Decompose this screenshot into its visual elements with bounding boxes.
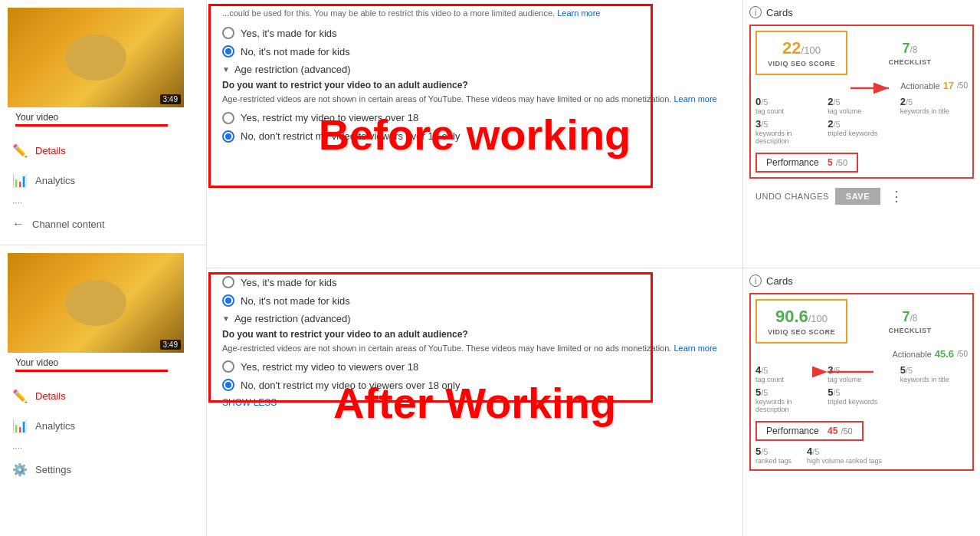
checklist-denom-bottom: /8 <box>910 313 918 324</box>
metric-high-vol-ranked: 4/5 high volume ranked tags <box>807 446 882 465</box>
sidebar-item-settings-bottom[interactable]: ⚙️ Settings <box>0 456 206 483</box>
radio-circle-no-kids-bottom <box>222 294 234 307</box>
video-duration-bottom: 3:49 <box>160 340 181 350</box>
radio-yes-18-label-top: Yes, restrict my video to viewers over 1… <box>241 112 418 123</box>
checklist-number-bottom: 7 <box>902 309 910 324</box>
analytics-label-top: Analytics <box>35 175 75 186</box>
actionable-label-bottom: Actionable <box>892 350 931 359</box>
checklist-denom-top: /8 <box>910 44 918 55</box>
checklist-box-top: 7/8 CHECKLIST <box>852 31 968 75</box>
content-area: ...could be used for this. You may be ab… <box>207 0 742 536</box>
details-label-top: Details <box>35 145 66 156</box>
nav-dots-bottom: ···· <box>0 442 206 453</box>
sidebar-item-analytics-top[interactable]: 📊 Analytics <box>0 167 206 194</box>
radio-circle-yes-18-top <box>222 112 234 124</box>
radio-yes-18-top[interactable]: Yes, restrict my video to viewers over 1… <box>222 112 727 124</box>
pencil-icon-top: ✏️ <box>12 143 28 158</box>
radio-yes-18-label-bottom: Yes, restrict my video to viewers over 1… <box>241 361 418 373</box>
metrics-grid-top: 0/5 tag count 2/5 tag volume 2/5 keyword… <box>755 96 968 145</box>
seo-label-bottom: VIDIQ SEO SCORE <box>768 328 835 336</box>
seo-score-bottom: 90.6/100 <box>775 307 828 327</box>
toggle-arrow-bottom: ▼ <box>222 314 230 323</box>
radio-no-kids-bottom[interactable]: No, it's not made for kids <box>222 294 727 307</box>
radio-no-18-top[interactable]: No, don't restrict my video to viewers o… <box>222 130 727 143</box>
cards-panel-bottom: i Cards 90.6/100 VIDIQ SEO SCORE 7/8 <box>743 268 980 536</box>
section-toggle-bottom[interactable]: ▼ Age restriction (advanced) <box>222 313 727 324</box>
cards-header-bottom: i Cards <box>749 275 974 287</box>
undo-btn-top[interactable]: UNDO CHANGES <box>755 192 829 201</box>
sidebar-item-details-top[interactable]: ✏️ Details <box>0 137 206 164</box>
performance-label-top: Performance <box>766 157 819 168</box>
radio-no-kids-top[interactable]: No, it's not made for kids <box>222 45 727 58</box>
radio-no-kids-label-bottom: No, it's not made for kids <box>241 295 350 307</box>
details-label-bottom: Details <box>35 390 66 402</box>
save-btn-top[interactable]: SAVE <box>835 188 880 205</box>
learn-more-age-top[interactable]: Learn more <box>674 94 716 104</box>
channel-content-label-top: Channel content <box>32 219 105 230</box>
info-icon-bottom[interactable]: i <box>749 275 762 287</box>
radio-circle-yes-kids-bottom <box>222 276 234 288</box>
radio-yes-18-bottom[interactable]: Yes, restrict my video to viewers over 1… <box>222 360 727 373</box>
section-question-top: Do you want to restrict your video to an… <box>222 80 727 90</box>
metric-val-2-top: 2 <box>900 96 906 107</box>
bottom-yt-form: Yes, it's made for kids No, it's not mad… <box>207 268 742 536</box>
metric-tripled-bottom: 5/5 tripled keywords <box>828 386 895 413</box>
radio-no-kids-label-top: No, it's not made for kids <box>241 46 350 58</box>
video-thumbnail-top: 3:49 <box>8 8 184 107</box>
top-score-row: 22/100 VIDIQ SEO SCORE 7/8 CHECKLIST <box>755 31 968 75</box>
toggle-arrow-top: ▼ <box>222 65 230 74</box>
top-form-top-text: ...could be used for this. You may be ab… <box>222 8 727 19</box>
metric-tripled-top: 2/5 tripled keywords <box>828 118 895 145</box>
seo-label-top: VIDIQ SEO SCORE <box>768 60 835 67</box>
video-thumb-section-bottom: 3:49 Your video <box>0 253 206 380</box>
metric-lbl-0-top: tag count <box>755 107 823 115</box>
actionable-label-top: Actionable <box>900 81 939 90</box>
settings-label: Settings <box>35 464 71 475</box>
actionable-row-top: Actionable 17/50 <box>755 80 968 91</box>
metrics-grid-bottom: 4/5 tag count 3/5 tag volume 5/5 keyword… <box>755 364 968 413</box>
performance-box-top: Performance 5/50 <box>755 153 858 173</box>
pencil-icon-bottom: ✏️ <box>12 389 28 403</box>
radio-yes-kids-top[interactable]: Yes, it's made for kids <box>222 27 727 39</box>
radio-no-18-label-top: No, don't restrict my video to viewers o… <box>241 130 460 142</box>
sidebar-item-details-bottom[interactable]: ✏️ Details <box>0 383 206 409</box>
learn-more-age-bottom[interactable]: Learn more <box>674 344 716 353</box>
age-restriction-label-top: Age restriction (advanced) <box>234 64 351 75</box>
sidebar-bottom-section: 3:49 Your video ✏️ Details 📊 Analytics ·… <box>0 253 206 483</box>
show-less-btn[interactable]: SHOW LESS <box>222 397 277 408</box>
learn-more-link-top[interactable]: Learn more <box>557 8 600 18</box>
seo-denom-bottom: /100 <box>808 313 828 324</box>
cards-panel-top: i Cards 22/100 VIDIQ SEO SCORE 7/8 <box>743 0 980 268</box>
more-btn-top[interactable]: ⋮ <box>890 188 903 205</box>
radio-circle-no-kids-top <box>222 45 234 58</box>
section-toggle-top[interactable]: ▼ Age restriction (advanced) <box>222 64 727 75</box>
perf-denom-top: /50 <box>836 158 847 167</box>
cards-label-bottom: Cards <box>766 275 793 287</box>
extra-metrics-bottom: 5/5 ranked tags 4/5 high volume ranked t… <box>755 446 968 465</box>
info-icon-top[interactable]: i <box>749 6 762 18</box>
perf-denom-bottom: /50 <box>841 426 852 436</box>
analytics-icon-top: 📊 <box>12 173 28 188</box>
metric-tag-count-top: 0/5 tag count <box>755 96 823 115</box>
seo-denom-top: /100 <box>801 44 821 56</box>
checklist-box-bottom: 7/8 CHECKLIST <box>852 299 968 344</box>
metric-ranked-tags: 5/5 ranked tags <box>755 446 792 465</box>
metric-kw-desc-bottom: 5/5 keywords in description <box>755 386 823 413</box>
settings-icon: ⚙️ <box>12 462 28 477</box>
video-progress-bar-top <box>15 124 168 127</box>
radio-yes-kids-bottom[interactable]: Yes, it's made for kids <box>222 276 727 288</box>
metric-den-1-top: /5 <box>834 97 841 107</box>
sidebar: 3:49 Your video ✏️ Details 📊 Analytics ·… <box>0 0 207 536</box>
section-desc-bottom: Age-restricted videos are not shown in c… <box>222 343 727 354</box>
performance-label-bottom: Performance <box>766 426 819 436</box>
radio-circle-no-18-bottom <box>222 379 234 391</box>
radio-circle-yes-kids-top <box>222 27 234 39</box>
right-panel: i Cards 22/100 VIDIQ SEO SCORE 7/8 <box>742 0 980 536</box>
radio-no-18-bottom[interactable]: No, don't restrict my video to viewers o… <box>222 379 727 391</box>
metric-tag-vol-bottom: 3/5 tag volume <box>828 364 895 383</box>
seo-score-box-bottom: 90.6/100 VIDIQ SEO SCORE <box>755 299 847 344</box>
sidebar-item-channel-top[interactable]: ← Channel content <box>0 211 206 237</box>
sidebar-item-analytics-bottom[interactable]: 📊 Analytics <box>0 413 206 439</box>
performance-row-top: Performance 5/50 <box>755 153 968 173</box>
undo-save-row-top: UNDO CHANGES SAVE ⋮ <box>749 185 974 208</box>
